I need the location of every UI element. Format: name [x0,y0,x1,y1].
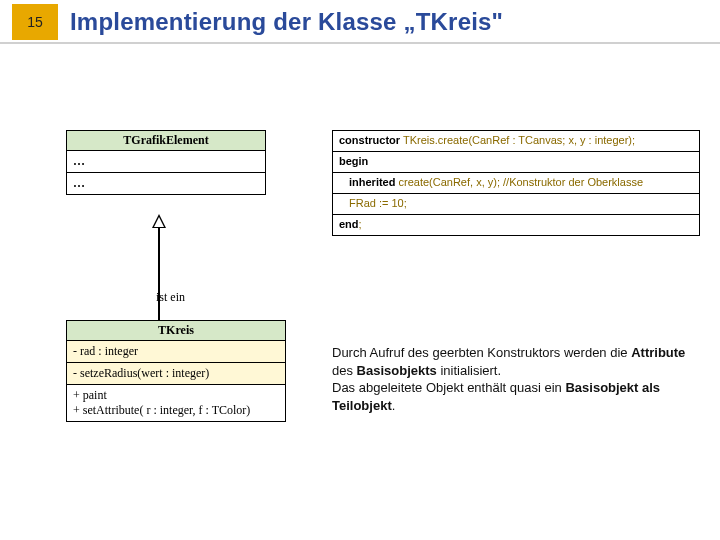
code-inherited-call: create(CanRef, x, y); [395,176,503,188]
code-comment: //Konstruktor der Oberklasse [503,176,643,188]
code-line-end: end; [333,215,699,235]
uml-attribute-row: - rad : integer [67,341,285,363]
paragraph-text: Durch Aufruf des geerbten Konstruktors w… [332,345,631,360]
uml-class-name: TKreis [67,321,285,341]
code-line-begin: begin [333,152,699,173]
keyword-end: end [339,218,359,230]
code-box: constructor TKreis.create(CanRef : TCanv… [332,130,700,236]
keyword-constructor: constructor [339,134,400,146]
explanation-paragraph: Durch Aufruf des geerbten Konstruktors w… [332,344,692,414]
keyword-inherited: inherited [349,176,395,188]
uml-box-tgrafikelement: TGrafikElement … … [66,130,266,195]
uml-attributes-placeholder: … [67,151,265,173]
arrow-line [158,228,160,320]
code-line-signature: constructor TKreis.create(CanRef : TCanv… [333,131,699,152]
uml-operation: + paint [73,388,279,403]
page-title: Implementierung der Klasse „TKreis" [70,8,503,36]
page-number-badge: 15 [12,4,58,40]
uml-box-tkreis: TKreis - rad : integer - setzeRadius(wer… [66,320,286,422]
uml-operations-row: + paint + setAttribute( r : integer, f :… [67,385,285,421]
arrow-head-icon [152,214,166,228]
uml-operations-placeholder: … [67,173,265,194]
paragraph-text: . [392,398,396,413]
paragraph-text: des [332,363,357,378]
relation-label: ist ein [156,290,185,305]
uml-attribute-row: - setzeRadius(wert : integer) [67,363,285,385]
slide-content: TGrafikElement … … ist ein TKreis - rad … [0,44,720,538]
code-end-semicolon: ; [359,218,362,230]
code-signature-rest: TKreis.create(CanRef : TCanvas; x, y : i… [400,134,635,146]
page-number: 15 [27,14,43,30]
paragraph-text: Das abgeleitete Objekt enthält quasi ein [332,380,565,395]
uml-operation: + setAttribute( r : integer, f : TColor) [73,403,279,418]
code-assignment: FRad := 10; [349,197,407,209]
slide-header: 15 Implementierung der Klasse „TKreis" [0,0,720,44]
code-line-inherited: inherited create(CanRef, x, y); //Konstr… [333,173,699,194]
paragraph-text: initialisiert. [437,363,501,378]
uml-class-name: TGrafikElement [67,131,265,151]
paragraph-bold: Basisobjekts [357,363,437,378]
paragraph-bold: Attribute [631,345,685,360]
keyword-begin: begin [339,155,368,167]
code-line-body: FRad := 10; [333,194,699,215]
